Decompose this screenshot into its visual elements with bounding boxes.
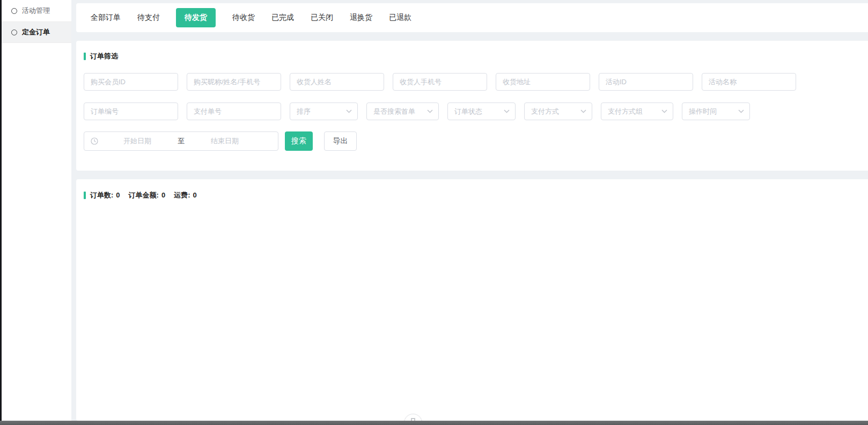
end-date-input[interactable]: 结束日期 xyxy=(188,136,262,146)
sidebar-item-activity-management[interactable]: 活动管理 xyxy=(2,0,71,21)
order-filter-panel: 订单筛选 排序 是否搜索首单 xyxy=(76,41,868,171)
sidebar: 活动管理 定金订单 xyxy=(2,0,71,421)
filter-section-title: 订单筛选 xyxy=(90,52,118,61)
bottom-window-edge xyxy=(0,421,868,425)
export-button[interactable]: 导出 xyxy=(324,131,357,151)
select-placeholder: 操作时间 xyxy=(689,107,717,116)
circle-icon xyxy=(11,30,17,35)
chevron-down-icon xyxy=(738,109,744,113)
first-order-search-select[interactable]: 是否搜索首单 xyxy=(366,102,439,120)
buyer-nickname-name-phone-input[interactable] xyxy=(187,73,281,91)
tab-pending-payment[interactable]: 待支付 xyxy=(137,13,160,23)
chevron-down-icon xyxy=(504,109,510,113)
order-count-label: 订单数: xyxy=(90,191,113,199)
operation-time-select[interactable]: 操作时间 xyxy=(682,102,750,120)
shipping-fee-value: 0 xyxy=(193,191,197,199)
order-number-input[interactable] xyxy=(84,102,178,120)
payment-method-group-select[interactable]: 支付方式组 xyxy=(601,102,673,120)
chevron-down-icon xyxy=(427,109,433,113)
desktop-edge-strip xyxy=(0,0,2,421)
sidebar-item-label: 活动管理 xyxy=(22,6,50,16)
filter-row-2: 排序 是否搜索首单 订单状态 支付方式 支付方式组 xyxy=(84,102,860,120)
order-amount-stat: 订单金额:0 xyxy=(129,190,166,200)
receiver-phone-input[interactable] xyxy=(393,73,487,91)
activity-id-input[interactable] xyxy=(599,73,693,91)
tab-refunded[interactable]: 已退款 xyxy=(389,13,411,23)
select-placeholder: 支付方式 xyxy=(531,107,559,116)
chevron-down-icon xyxy=(661,109,667,113)
payment-number-input[interactable] xyxy=(187,102,281,120)
date-range-separator: 至 xyxy=(174,136,188,146)
main-content: 全部订单 待支付 待发货 待收货 已完成 已关闭 退换货 已退款 订单筛选 xyxy=(71,0,868,421)
select-placeholder: 排序 xyxy=(297,107,311,116)
receiver-name-input[interactable] xyxy=(290,73,384,91)
tab-completed[interactable]: 已完成 xyxy=(271,13,294,23)
order-status-tabs: 全部订单 待支付 待发货 待收货 已完成 已关闭 退换货 已退款 xyxy=(76,3,868,32)
payment-method-select[interactable]: 支付方式 xyxy=(524,102,592,120)
clock-icon xyxy=(91,137,98,145)
accent-bar-icon xyxy=(84,192,86,199)
tab-pending-shipment[interactable]: 待发货 xyxy=(176,8,216,27)
order-summary: 订单数:0 订单金额:0 运费:0 xyxy=(84,190,860,200)
filter-row-3: 开始日期 至 结束日期 搜索 导出 xyxy=(84,131,860,151)
order-amount-value: 0 xyxy=(161,191,165,199)
shipping-fee-stat: 运费:0 xyxy=(174,190,197,200)
start-date-input[interactable]: 开始日期 xyxy=(100,136,174,146)
activity-name-input[interactable] xyxy=(702,73,796,91)
date-range-picker[interactable]: 开始日期 至 结束日期 xyxy=(84,131,278,151)
chevron-down-icon xyxy=(346,109,352,113)
sort-select[interactable]: 排序 xyxy=(290,102,358,120)
sidebar-item-deposit-orders[interactable]: 定金订单 xyxy=(2,22,71,42)
buyer-member-id-input[interactable] xyxy=(84,73,178,91)
app-window: 活动管理 定金订单 全部订单 待支付 待发货 待收货 已完成 已关闭 退换货 已… xyxy=(0,0,868,425)
receiver-address-input[interactable] xyxy=(496,73,590,91)
search-button[interactable]: 搜索 xyxy=(285,131,313,151)
shipping-fee-label: 运费: xyxy=(174,191,190,199)
order-status-select[interactable]: 订单状态 xyxy=(447,102,516,120)
select-placeholder: 支付方式组 xyxy=(608,107,643,116)
sidebar-divider xyxy=(2,42,71,43)
order-amount-label: 订单金额: xyxy=(129,191,159,199)
order-results-panel: 订单数:0 订单金额:0 运费:0 xyxy=(76,179,868,421)
circle-icon xyxy=(11,8,17,14)
select-placeholder: 订单状态 xyxy=(454,107,482,116)
chevron-down-icon xyxy=(580,109,586,113)
sidebar-item-label: 定金订单 xyxy=(22,27,50,37)
order-count-stat: 订单数:0 xyxy=(90,190,120,200)
tab-pending-receipt[interactable]: 待收货 xyxy=(232,13,255,23)
tab-closed[interactable]: 已关闭 xyxy=(311,13,333,23)
filter-row-1 xyxy=(84,73,860,91)
accent-bar-icon xyxy=(84,53,86,60)
tab-all-orders[interactable]: 全部订单 xyxy=(91,13,121,23)
select-placeholder: 是否搜索首单 xyxy=(373,107,415,116)
tab-returns-exchanges[interactable]: 退换货 xyxy=(350,13,372,23)
filter-section-header: 订单筛选 xyxy=(84,52,860,61)
order-count-value: 0 xyxy=(116,191,120,199)
